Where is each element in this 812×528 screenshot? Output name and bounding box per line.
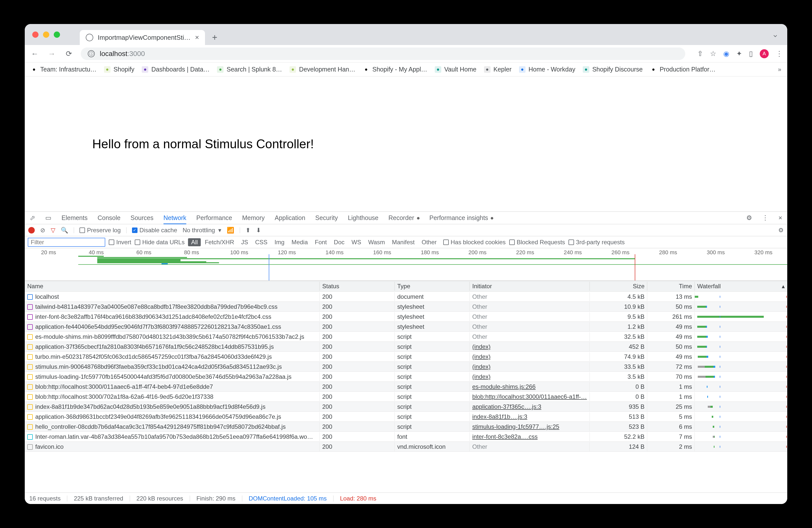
- network-settings-icon[interactable]: ⚙: [778, 227, 784, 234]
- network-row[interactable]: application-368d98631bccbf2349e0d4f8269a…: [25, 412, 787, 422]
- bookmark-item[interactable]: ●Search | Splunk 8…: [217, 66, 282, 73]
- devtools-tab-lighthouse[interactable]: Lighthouse: [348, 214, 378, 221]
- devtools-tab-security[interactable]: Security: [315, 214, 338, 221]
- profile-avatar[interactable]: A: [760, 49, 769, 58]
- devtools-tab-memory[interactable]: Memory: [242, 214, 264, 221]
- browser-tab[interactable]: ImportmapViewComponentSti… ×: [80, 30, 205, 45]
- minimize-window-button[interactable]: [43, 31, 49, 38]
- bookmark-item[interactable]: ●Development Han…: [290, 66, 355, 73]
- devtools-close-icon[interactable]: ×: [779, 214, 782, 222]
- network-row[interactable]: application-37f365cbecf1fa2810a8303f4b65…: [25, 342, 787, 352]
- bookmark-item[interactable]: ●Shopify: [104, 66, 134, 73]
- record-button[interactable]: [28, 227, 35, 234]
- bookmark-item[interactable]: ●Shopify - My Appl…: [363, 66, 427, 73]
- type-filter-other[interactable]: Other: [419, 238, 439, 246]
- maximize-window-button[interactable]: [54, 31, 60, 38]
- back-button[interactable]: ←: [30, 49, 40, 58]
- devtools-tab-elements[interactable]: Elements: [61, 214, 87, 221]
- network-row[interactable]: stimulus-loading-1fc59770fb1654500044afd…: [25, 372, 787, 382]
- bookmark-item[interactable]: ●Team: Infrastructu…: [31, 66, 97, 73]
- file-icon: [27, 444, 33, 450]
- dcl-time: DOMContentLoaded: 105 ms: [249, 495, 327, 502]
- devtools-panel: ⬀ ▭ ElementsConsoleSourcesNetworkPerform…: [25, 211, 787, 504]
- type-filter-media[interactable]: Media: [289, 238, 311, 246]
- devtools-tab-application[interactable]: Application: [275, 214, 305, 221]
- devtools-tab-performance[interactable]: Performance: [196, 214, 232, 221]
- type-filter-fetchxhr[interactable]: Fetch/XHR: [202, 238, 237, 246]
- close-tab-button[interactable]: ×: [195, 33, 199, 42]
- bookmark-item[interactable]: ●Kepler: [484, 66, 511, 73]
- devtools-tab-recorder[interactable]: Recorder: [389, 214, 420, 221]
- type-filter-doc[interactable]: Doc: [331, 238, 348, 246]
- table-header[interactable]: Name Status Type Initiator Size Time Wat…: [25, 281, 787, 292]
- network-row[interactable]: tailwind-b4811a483977e3a04005e087e88ca8b…: [25, 302, 787, 312]
- close-window-button[interactable]: [32, 31, 39, 38]
- blocked-cookies-checkbox[interactable]: Has blocked cookies: [443, 239, 506, 246]
- devtools-tab-network[interactable]: Network: [163, 214, 187, 224]
- type-filter-all[interactable]: All: [188, 238, 201, 246]
- bookmark-item[interactable]: ●Vault Home: [435, 66, 477, 73]
- type-filter-css[interactable]: CSS: [252, 238, 271, 246]
- disable-cache-checkbox[interactable]: ✓Disable cache: [132, 227, 177, 234]
- settings-gear-icon[interactable]: ⚙: [746, 214, 752, 222]
- network-row[interactable]: blob:http://localhost:3000/011aaec6-a1ff…: [25, 382, 787, 392]
- devtools-tab-sources[interactable]: Sources: [130, 214, 154, 221]
- reload-button[interactable]: ⟳: [64, 49, 74, 58]
- timeline-tick: 60 ms: [120, 249, 168, 256]
- forward-button[interactable]: →: [47, 49, 57, 58]
- share-icon[interactable]: ⇧: [697, 49, 703, 58]
- devtools-tab-performance-insights[interactable]: Performance insights: [430, 214, 493, 221]
- throttling-select[interactable]: No throttling ▾: [183, 227, 221, 234]
- cell-initiator: Other: [470, 332, 590, 341]
- type-filter-font[interactable]: Font: [312, 238, 330, 246]
- type-filter-ws[interactable]: WS: [348, 238, 364, 246]
- site-info-icon[interactable]: ⓘ: [88, 50, 95, 57]
- devtools-menu-icon[interactable]: ⋮: [762, 214, 768, 222]
- blocked-requests-checkbox[interactable]: Blocked Requests: [509, 239, 565, 246]
- network-row[interactable]: localhost 200 document Other 4.5 kB 13 m…: [25, 292, 787, 302]
- network-row[interactable]: application-fe440406e54bdd95ec9046fd7f7b…: [25, 322, 787, 332]
- download-icon[interactable]: ⬇: [256, 227, 261, 234]
- new-tab-button[interactable]: +: [212, 30, 217, 45]
- preserve-log-checkbox[interactable]: Preserve log: [79, 227, 121, 234]
- bookmark-item[interactable]: ●Home - Workday: [519, 66, 575, 73]
- network-row[interactable]: index-8a81f1b9de347bd62ac04d28d5b193b5e8…: [25, 402, 787, 412]
- network-row[interactable]: turbo.min-e5023178542f05fc063cd1dc586545…: [25, 352, 787, 362]
- network-row[interactable]: blob:http://localhost:3000/702a1f8a-62a6…: [25, 392, 787, 402]
- clear-icon[interactable]: ⊘: [40, 227, 45, 234]
- bookmark-item[interactable]: ●Shopify Discourse: [583, 66, 642, 73]
- upload-icon[interactable]: ⬆: [246, 227, 250, 234]
- third-party-checkbox[interactable]: 3rd-party requests: [568, 239, 625, 246]
- bookmark-item[interactable]: ●Production Platfor…: [650, 66, 716, 73]
- inspect-icon[interactable]: ⬀: [30, 214, 35, 222]
- bookmark-star-icon[interactable]: ☆: [710, 49, 716, 58]
- wifi-icon[interactable]: 📶: [227, 227, 234, 234]
- type-filter-img[interactable]: Img: [272, 238, 288, 246]
- extension-icon-1[interactable]: ◉: [723, 49, 729, 58]
- network-row[interactable]: hello_controller-08cddb7b6daf4aca9c3c17f…: [25, 422, 787, 432]
- network-row[interactable]: stimulus.min-900648768bd96f3faeba359cf33…: [25, 362, 787, 372]
- timeline-overview[interactable]: 20 ms40 ms60 ms80 ms100 ms120 ms140 ms16…: [25, 248, 787, 281]
- address-bar[interactable]: ⓘ localhost:3000: [81, 47, 685, 60]
- extensions-icon[interactable]: ✦: [736, 49, 742, 58]
- type-filter-manifest[interactable]: Manifest: [389, 238, 418, 246]
- network-row[interactable]: favicon.ico 200 vnd.microsoft.icon Other…: [25, 442, 787, 452]
- filter-toggle-icon[interactable]: ▽: [51, 227, 55, 234]
- hide-data-urls-checkbox[interactable]: Hide data URLs: [135, 239, 185, 246]
- filter-input[interactable]: [28, 238, 105, 247]
- search-icon[interactable]: 🔍: [61, 227, 68, 234]
- network-row[interactable]: inter-font-8c3e82affb176f4bca9616b838d90…: [25, 312, 787, 322]
- panel-icon[interactable]: ▯: [749, 49, 753, 58]
- invert-checkbox[interactable]: Invert: [109, 239, 131, 246]
- bookmark-item[interactable]: ●Dashboards | Data…: [142, 66, 209, 73]
- tabs-dropdown-icon[interactable]: [772, 33, 778, 39]
- browser-menu-button[interactable]: ⋮: [776, 49, 782, 58]
- devtools-tab-console[interactable]: Console: [98, 214, 120, 221]
- type-filter-js[interactable]: JS: [238, 238, 251, 246]
- network-row[interactable]: es-module-shims.min-b8099fffdbd758070d48…: [25, 332, 787, 342]
- cell-size: 4.5 kB: [590, 292, 647, 301]
- bookmarks-overflow-icon[interactable]: »: [778, 66, 781, 73]
- type-filter-wasm[interactable]: Wasm: [365, 238, 388, 246]
- network-row[interactable]: Inter-roman.latin.var-4b87a3d384ea557b10…: [25, 432, 787, 442]
- device-toolbar-icon[interactable]: ▭: [45, 214, 52, 222]
